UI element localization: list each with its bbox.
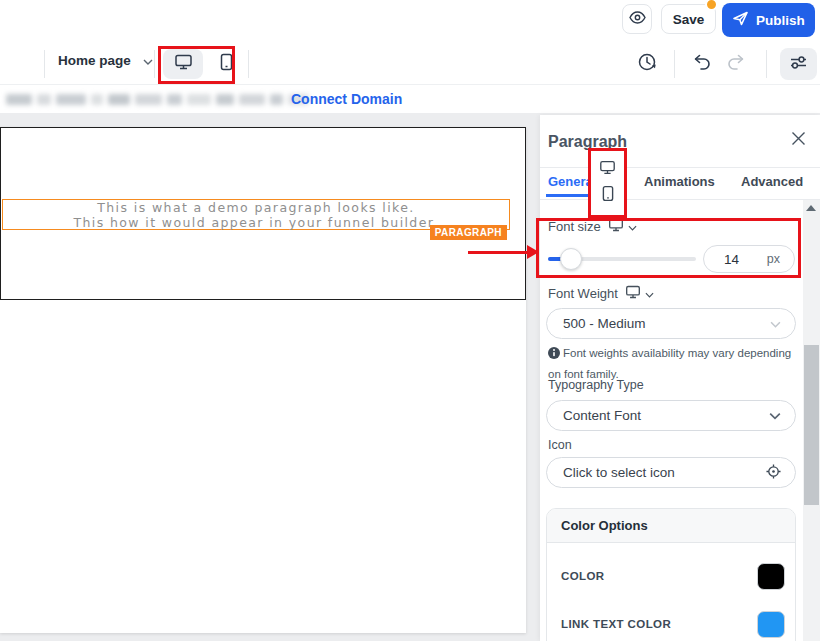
unsaved-changes-dot [705, 0, 718, 11]
element-type-badge: PARAGRAPH [430, 225, 507, 240]
builder-toolbar: Home page [0, 42, 820, 85]
panel-divider [540, 199, 820, 200]
selected-paragraph-element[interactable]: This is what a demo paragraph looks like… [2, 199, 510, 230]
page-settings-button[interactable] [780, 48, 817, 80]
device-scope-selector[interactable] [625, 285, 654, 302]
font-size-unit: px [767, 252, 780, 266]
font-size-input[interactable]: 14 px [703, 245, 795, 273]
undo-arrow-icon [692, 54, 711, 75]
publish-button-label: Publish [756, 13, 805, 28]
typography-type-value: Content Font [563, 408, 641, 423]
canvas-section[interactable]: This is what a demo paragraph looks like… [0, 127, 526, 300]
color-options-header: Color Options [547, 509, 795, 543]
page-canvas[interactable]: This is what a demo paragraph looks like… [0, 127, 526, 633]
chevron-down-icon [645, 286, 654, 301]
desktop-device-icon [608, 218, 624, 235]
font-size-label-row: Font size [548, 218, 637, 235]
color-row: LINK TEXT COLOR [547, 605, 795, 641]
desktop-device-icon [625, 285, 641, 302]
close-x-icon [791, 131, 806, 150]
font-weight-select[interactable]: 500 - Medium [546, 308, 796, 339]
toolbar-divider [248, 50, 249, 78]
desktop-device-icon[interactable] [599, 160, 616, 179]
element-settings-panel: Paragraph General Animations Advanced Fo… [540, 115, 820, 641]
font-weight-label-row: Font Weight [548, 285, 654, 302]
color-options-card: Color Options COLOR LINK TEXT COLOR [546, 508, 796, 641]
panel-divider [540, 167, 820, 168]
chevron-down-icon [769, 408, 781, 423]
workspace: This is what a demo paragraph looks like… [0, 113, 820, 641]
funnel-builder-app: Save Publish Home page [0, 0, 820, 641]
chevron-down-icon [143, 53, 153, 68]
device-scope-popup [588, 148, 627, 218]
connect-domain-link[interactable]: Connect Domain [291, 91, 402, 107]
annotation-arrow-head [527, 245, 539, 259]
version-history-button[interactable] [635, 52, 659, 76]
toolbar-divider [674, 50, 675, 78]
panel-scrollbar[interactable] [803, 200, 820, 641]
font-size-label: Font size [548, 219, 601, 234]
scrollbar-thumb[interactable] [804, 345, 819, 505]
eye-icon [629, 10, 646, 28]
font-size-value: 14 [724, 252, 739, 267]
top-header: Save Publish [0, 0, 820, 42]
info-circle-icon [548, 347, 560, 359]
redo-arrow-icon [727, 54, 746, 75]
device-scope-selector[interactable] [608, 218, 637, 235]
mobile-device-icon [220, 53, 233, 75]
paragraph-text-line: This how it would appear in your funnel … [73, 215, 438, 230]
chevron-down-icon [628, 219, 637, 234]
typography-type-label: Typography Type [548, 378, 644, 392]
tab-animations[interactable]: Animations [644, 174, 715, 189]
toolbar-divider [44, 50, 45, 78]
blurred-page-url [6, 92, 309, 107]
icon-field-label-text: Icon [548, 438, 572, 452]
typography-type-label-text: Typography Type [548, 378, 644, 392]
redo-button[interactable] [724, 52, 748, 76]
paragraph-text-line: This is what a demo paragraph looks like… [97, 200, 414, 215]
icon-field-label: Icon [548, 438, 572, 452]
font-weight-label: Font Weight [548, 286, 618, 301]
font-size-slider-handle[interactable] [560, 248, 582, 270]
icon-picker-field[interactable]: Click to select icon [546, 457, 796, 488]
color-row: COLOR [547, 557, 795, 597]
undo-button[interactable] [689, 52, 713, 76]
history-clock-icon [637, 52, 657, 76]
toolbar-divider [154, 50, 155, 78]
url-bar: Connect Domain [0, 86, 820, 113]
toolbar-divider [766, 50, 767, 78]
chevron-down-icon [770, 316, 781, 331]
tab-advanced[interactable]: Advanced [741, 174, 803, 189]
link-text-color-row-label: LINK TEXT COLOR [561, 618, 671, 630]
publish-button[interactable]: Publish [722, 3, 815, 37]
target-icon [766, 464, 781, 482]
send-icon [732, 11, 749, 29]
icon-picker-placeholder: Click to select icon [563, 465, 675, 480]
annotation-arrow [468, 251, 529, 254]
desktop-view-button[interactable] [163, 49, 203, 79]
color-swatch[interactable] [757, 563, 785, 590]
color-row-label: COLOR [561, 570, 605, 582]
page-selector-label: Home page [58, 53, 131, 68]
save-button-label: Save [673, 12, 705, 27]
font-weight-value: 500 - Medium [563, 316, 646, 331]
page-selector-dropdown[interactable]: Home page [58, 53, 153, 68]
desktop-device-icon [174, 54, 193, 74]
link-text-color-swatch[interactable] [757, 611, 785, 638]
preview-button[interactable] [622, 4, 652, 34]
mobile-device-icon[interactable] [602, 185, 614, 206]
close-panel-button[interactable] [789, 131, 807, 149]
scrollbar-up-arrow[interactable] [806, 205, 816, 211]
typography-type-select[interactable]: Content Font [546, 400, 796, 431]
sliders-icon [789, 55, 808, 74]
font-weight-note-text: Font weights availability may vary depen… [548, 347, 791, 380]
mobile-view-button[interactable] [206, 49, 246, 79]
